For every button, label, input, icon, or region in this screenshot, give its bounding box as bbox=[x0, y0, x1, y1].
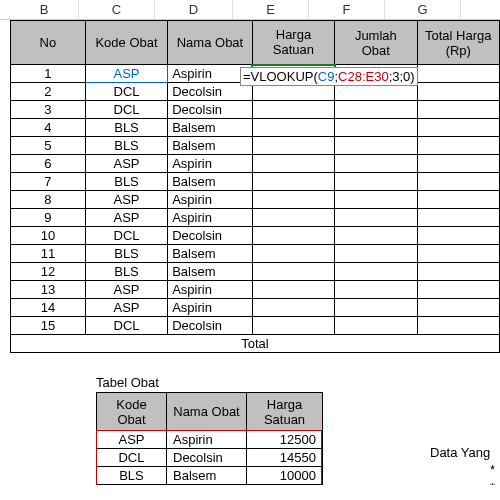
cell-jumlah[interactable] bbox=[335, 137, 417, 155]
lookup-table-label[interactable]: Tabel Obat bbox=[96, 375, 500, 390]
cell-harga[interactable] bbox=[252, 317, 334, 335]
cell-kode[interactable]: DCL bbox=[85, 101, 167, 119]
cell-nama[interactable]: Aspirin bbox=[168, 281, 253, 299]
cell-total[interactable] bbox=[417, 137, 499, 155]
cell-kode[interactable]: BLS bbox=[85, 137, 167, 155]
cell-total[interactable] bbox=[417, 209, 499, 227]
cell-total[interactable] bbox=[417, 245, 499, 263]
th-total[interactable]: Total Harga (Rp) bbox=[417, 21, 499, 65]
cell-kode[interactable]: ASP bbox=[85, 281, 167, 299]
cell-jumlah[interactable] bbox=[335, 317, 417, 335]
cell-nama[interactable]: Aspirin bbox=[168, 155, 253, 173]
cell-kode[interactable]: ASP bbox=[85, 299, 167, 317]
cell-harga[interactable] bbox=[252, 299, 334, 317]
th-nama[interactable]: Nama Obat bbox=[168, 21, 253, 65]
total-label[interactable]: Total bbox=[11, 335, 500, 353]
cell-harga[interactable] bbox=[252, 245, 334, 263]
cell-no[interactable]: 1 bbox=[11, 65, 86, 83]
cell-nama[interactable]: Balsem bbox=[168, 173, 253, 191]
cell-no[interactable]: 6 bbox=[11, 155, 86, 173]
cell-no[interactable]: 8 bbox=[11, 191, 86, 209]
col-header-f[interactable]: F bbox=[309, 0, 385, 19]
cell-nama[interactable]: Aspirin bbox=[168, 299, 253, 317]
cell-no[interactable]: 13 bbox=[11, 281, 86, 299]
cell-no[interactable]: 15 bbox=[11, 317, 86, 335]
cell-jumlah[interactable] bbox=[335, 119, 417, 137]
cell-no[interactable]: 12 bbox=[11, 263, 86, 281]
th-kode[interactable]: Kode Obat bbox=[85, 21, 167, 65]
cell-nama[interactable]: Decolsin bbox=[168, 317, 253, 335]
lth-nama[interactable]: Nama Obat bbox=[167, 393, 247, 431]
cell-total[interactable] bbox=[417, 299, 499, 317]
cell-kode[interactable]: BLS bbox=[85, 263, 167, 281]
th-jumlah[interactable]: Jumlah Obat bbox=[335, 21, 417, 65]
col-header-e[interactable]: E bbox=[233, 0, 309, 19]
col-header-b[interactable]: B bbox=[10, 0, 79, 19]
lcell-harga[interactable]: 12500 bbox=[247, 431, 323, 449]
cell-harga[interactable] bbox=[252, 263, 334, 281]
cell-jumlah[interactable] bbox=[335, 173, 417, 191]
cell-total[interactable] bbox=[417, 317, 499, 335]
cell-total[interactable] bbox=[417, 227, 499, 245]
cell-kode[interactable]: ASP bbox=[85, 65, 167, 83]
cell-total[interactable] bbox=[417, 101, 499, 119]
cell-kode[interactable]: BLS bbox=[85, 119, 167, 137]
cell-jumlah[interactable] bbox=[335, 101, 417, 119]
cell-nama[interactable]: Balsem bbox=[168, 137, 253, 155]
cell-harga[interactable] bbox=[252, 155, 334, 173]
col-header-d[interactable]: D bbox=[155, 0, 233, 19]
cell-kode[interactable]: ASP bbox=[85, 191, 167, 209]
lcell-harga[interactable]: 14550 bbox=[247, 449, 323, 467]
lcell-kode[interactable]: ASP bbox=[97, 431, 167, 449]
formula-editor[interactable]: =VLOOKUP(C9;C28:E30;3;0) bbox=[240, 67, 418, 86]
cell-jumlah[interactable] bbox=[335, 299, 417, 317]
cell-kode[interactable]: DCL bbox=[85, 317, 167, 335]
cell-no[interactable]: 2 bbox=[11, 83, 86, 101]
cell-jumlah[interactable] bbox=[335, 263, 417, 281]
cell-harga[interactable] bbox=[252, 209, 334, 227]
cell-kode[interactable]: DCL bbox=[85, 83, 167, 101]
cell-kode[interactable]: BLS bbox=[85, 173, 167, 191]
cell-total[interactable] bbox=[417, 83, 499, 101]
lcell-nama[interactable]: Aspirin bbox=[167, 431, 247, 449]
cell-no[interactable]: 5 bbox=[11, 137, 86, 155]
cell-nama[interactable]: Aspirin bbox=[168, 209, 253, 227]
cell-harga[interactable] bbox=[252, 119, 334, 137]
lth-kode[interactable]: Kode Obat bbox=[97, 393, 167, 431]
cell-total[interactable] bbox=[417, 173, 499, 191]
cell-harga[interactable] bbox=[252, 137, 334, 155]
lcell-kode[interactable]: BLS bbox=[97, 467, 167, 485]
cell-harga[interactable] bbox=[252, 173, 334, 191]
cell-nama[interactable]: Decolsin bbox=[168, 227, 253, 245]
th-no[interactable]: No bbox=[11, 21, 86, 65]
cell-total[interactable] bbox=[417, 119, 499, 137]
cell-jumlah[interactable] bbox=[335, 191, 417, 209]
cell-kode[interactable]: BLS bbox=[85, 245, 167, 263]
lcell-kode[interactable]: DCL bbox=[97, 449, 167, 467]
cell-nama[interactable]: Balsem bbox=[168, 245, 253, 263]
lcell-nama[interactable]: Decolsin bbox=[167, 449, 247, 467]
col-header-c[interactable]: C bbox=[79, 0, 155, 19]
lcell-harga[interactable]: 10000 bbox=[247, 467, 323, 485]
cell-total[interactable] bbox=[417, 155, 499, 173]
cell-no[interactable]: 4 bbox=[11, 119, 86, 137]
cell-jumlah[interactable] bbox=[335, 245, 417, 263]
th-harga[interactable]: Harga Satuan bbox=[252, 21, 334, 65]
cell-jumlah[interactable] bbox=[335, 155, 417, 173]
cell-kode[interactable]: ASP bbox=[85, 209, 167, 227]
cell-nama[interactable]: Decolsin bbox=[168, 101, 253, 119]
cell-no[interactable]: 11 bbox=[11, 245, 86, 263]
cell-kode[interactable]: ASP bbox=[85, 155, 167, 173]
cell-no[interactable]: 14 bbox=[11, 299, 86, 317]
cell-no[interactable]: 9 bbox=[11, 209, 86, 227]
cell-nama[interactable]: Balsem bbox=[168, 119, 253, 137]
col-header-g[interactable]: G bbox=[385, 0, 461, 19]
cell-jumlah[interactable] bbox=[335, 209, 417, 227]
cell-total[interactable] bbox=[417, 263, 499, 281]
lcell-nama[interactable]: Balsem bbox=[167, 467, 247, 485]
cell-harga[interactable] bbox=[252, 191, 334, 209]
cell-harga[interactable] bbox=[252, 227, 334, 245]
cell-harga[interactable] bbox=[252, 281, 334, 299]
cell-total[interactable] bbox=[417, 65, 499, 83]
cell-no[interactable]: 3 bbox=[11, 101, 86, 119]
